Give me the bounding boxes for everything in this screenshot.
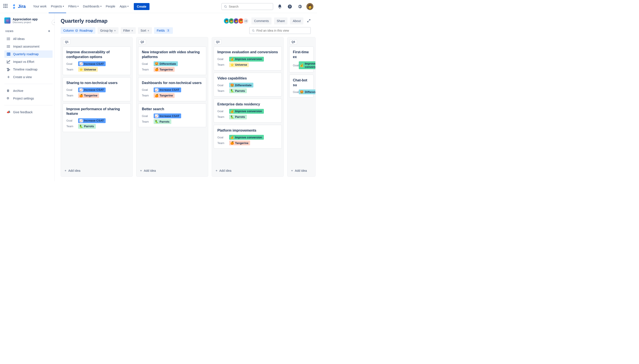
global-search[interactable] bbox=[221, 3, 273, 10]
sidebar-item-create-a-view[interactable]: Create a view bbox=[4, 73, 52, 81]
idea-card[interactable]: Dashboards for non-technical usersGoal📈I… bbox=[138, 77, 206, 101]
app-switcher-icon[interactable] bbox=[4, 4, 9, 9]
team-label: Team bbox=[66, 94, 78, 97]
column-header[interactable]: Q1 bbox=[63, 40, 70, 44]
idea-card[interactable]: Improve discoverability of configuration… bbox=[63, 46, 131, 75]
add-idea-button[interactable]: ＋Add idea bbox=[289, 166, 314, 175]
team-text: Tangerine bbox=[160, 94, 173, 97]
idea-card[interactable]: New integration with video sharing platf… bbox=[138, 46, 206, 75]
nav-people[interactable]: People bbox=[104, 0, 118, 13]
column-header[interactable]: Q4 bbox=[290, 40, 297, 44]
add-idea-button[interactable]: ＋Add idea bbox=[214, 166, 282, 175]
add-idea-button[interactable]: ＋Add idea bbox=[138, 166, 206, 175]
goal-text: Differentiate bbox=[305, 90, 316, 94]
goal-text: Increase CSAT bbox=[160, 114, 180, 118]
sidebar-item-impact-assessment[interactable]: Impact assessment bbox=[4, 43, 52, 50]
sidebar-item-timeline-roadmap[interactable]: Timeline roadmap bbox=[4, 66, 52, 73]
goal-label: Goal bbox=[217, 58, 229, 61]
svg-point-6 bbox=[7, 38, 8, 38]
search-input[interactable] bbox=[229, 5, 270, 8]
svg-point-18 bbox=[8, 62, 8, 62]
idea-card[interactable]: Platform improvementsGoal💰Improve conver… bbox=[214, 125, 282, 149]
settings-icon[interactable] bbox=[296, 3, 303, 10]
nav-dashboards[interactable]: Dashboards▾ bbox=[81, 0, 104, 13]
chevron-down-icon: ▾ bbox=[63, 5, 64, 8]
project-header[interactable]: 👾 Appreciation app Discovery project bbox=[4, 18, 52, 24]
goal-label: Goal bbox=[66, 88, 78, 92]
goal-tag: 💰Improve conversion bbox=[229, 135, 264, 140]
idea-card[interactable]: Better searchGoal📈Increase CSATTeam🦜Parr… bbox=[138, 104, 206, 128]
sidebar-item-label: Impact vs Effort bbox=[13, 60, 34, 64]
idea-card[interactable]: Sharing to non-technical usersGoal📈Incre… bbox=[63, 77, 131, 101]
fields-count: 3 bbox=[166, 29, 170, 32]
collapse-sidebar-button[interactable]: ‹ bbox=[52, 20, 54, 25]
gear-icon: ⚙ bbox=[6, 96, 10, 100]
share-button[interactable]: Share bbox=[274, 18, 288, 24]
team-text: Tangerine bbox=[160, 68, 173, 71]
team-tag: 🦜Parrots bbox=[229, 114, 247, 119]
goal-label: Goal bbox=[66, 119, 78, 122]
goal-tag: 📈Increase CSAT bbox=[78, 88, 106, 92]
column-control[interactable]: Column Roadmap bbox=[61, 27, 95, 34]
goal-tag: 🤩Differentiate bbox=[299, 90, 316, 94]
find-idea-input[interactable] bbox=[256, 29, 308, 32]
help-icon[interactable]: ? bbox=[286, 3, 293, 10]
team-tag: 🍊Tangerine bbox=[229, 140, 250, 145]
sidebar-item-quarterly-roadmap[interactable]: Quarterly roadmap bbox=[4, 50, 52, 58]
svg-point-0 bbox=[224, 6, 226, 7]
column-header[interactable]: Q2 bbox=[138, 40, 146, 44]
card-title: New integration with video sharing platf… bbox=[142, 50, 202, 59]
search-icon bbox=[252, 29, 255, 32]
card-title: Platform improvements bbox=[217, 128, 278, 133]
nav-apps[interactable]: Apps▾ bbox=[118, 0, 131, 13]
search-icon bbox=[224, 5, 227, 8]
card-title: First-time ex bbox=[293, 50, 310, 59]
goal-tag: 💰Improve conversion bbox=[299, 61, 316, 69]
idea-card[interactable]: Chat-bot suGoal🤩Differentiate bbox=[289, 75, 314, 98]
column-header[interactable]: Q3 bbox=[214, 40, 222, 44]
fields-control[interactable]: Fields3 bbox=[154, 27, 173, 34]
idea-card[interactable]: First-time exGoal💰Improve conversion bbox=[289, 46, 314, 72]
svg-point-14 bbox=[7, 47, 8, 48]
filter-control[interactable]: Filter+ bbox=[121, 27, 136, 34]
team-text: Parrots bbox=[160, 120, 170, 123]
nav-your-work[interactable]: Your work bbox=[31, 0, 49, 13]
sidebar-archive[interactable]: 🗑 Archive bbox=[4, 87, 52, 94]
goal-emoji: 💰 bbox=[230, 110, 234, 113]
avatar-more[interactable]: +3 bbox=[243, 18, 249, 24]
user-avatar[interactable]: 👩 bbox=[306, 3, 314, 10]
sidebar-item-impact-vs-effort[interactable]: Impact vs Effort bbox=[4, 58, 52, 66]
team-tag: 🍊Tangerine bbox=[78, 93, 99, 98]
nav-filters[interactable]: Filters▾ bbox=[66, 0, 81, 13]
idea-card[interactable]: Enterprise data residencyGoal💰Improve co… bbox=[214, 99, 282, 123]
groupby-control[interactable]: Group by+ bbox=[98, 27, 118, 34]
notifications-icon[interactable] bbox=[276, 3, 283, 10]
team-emoji: 🦜 bbox=[155, 120, 158, 123]
board-column-q3: Q3Improve evaluation and conversionsGoal… bbox=[212, 37, 284, 177]
sidebar-project-settings[interactable]: ⚙ Project settings bbox=[4, 95, 52, 102]
team-emoji: 🍊 bbox=[155, 94, 158, 97]
create-button[interactable]: Create bbox=[134, 3, 150, 10]
team-tag: 🦜Parrots bbox=[154, 119, 171, 124]
jira-logo[interactable]: Jira bbox=[12, 4, 26, 9]
sort-control[interactable]: Sort+ bbox=[138, 27, 152, 34]
collaborator-avatars[interactable]: 👩👨👩👨 +3 bbox=[225, 18, 249, 24]
add-view-icon[interactable]: ＋ bbox=[47, 29, 51, 34]
goal-emoji: 📈 bbox=[155, 114, 158, 118]
chevron-down-icon: ▾ bbox=[78, 5, 78, 8]
idea-card[interactable]: Improve performance of sharing featureGo… bbox=[63, 104, 131, 132]
about-button[interactable]: About bbox=[290, 18, 303, 24]
sidebar-item-all-ideas[interactable]: All ideas bbox=[4, 35, 52, 42]
project-name: Appreciation app bbox=[13, 18, 38, 21]
add-idea-button[interactable]: ＋Add idea bbox=[63, 166, 131, 175]
nav-projects[interactable]: Projects▾ bbox=[49, 0, 66, 13]
team-label: Team bbox=[217, 142, 229, 145]
expand-icon[interactable] bbox=[307, 19, 311, 23]
goal-emoji: 📈 bbox=[155, 88, 158, 92]
card-title: Video capabilities bbox=[217, 76, 278, 81]
sidebar-give-feedback[interactable]: 📣 Give feedback bbox=[4, 108, 52, 116]
idea-card[interactable]: Video capabilitiesGoal🤩DifferentiateTeam… bbox=[214, 73, 282, 97]
find-idea-search[interactable] bbox=[249, 27, 311, 34]
comments-button[interactable]: Comments bbox=[252, 18, 272, 24]
idea-card[interactable]: Improve evaluation and conversionsGoal💰I… bbox=[214, 46, 282, 70]
